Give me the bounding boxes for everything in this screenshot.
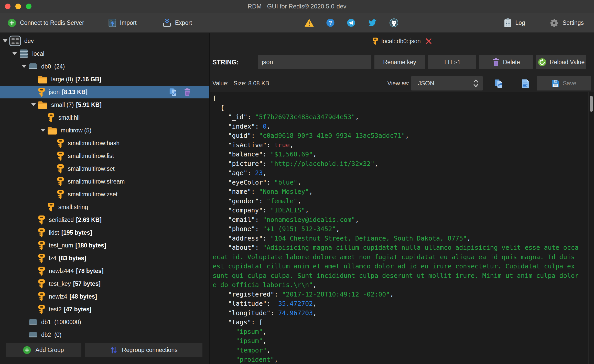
close-window-button[interactable] bbox=[5, 4, 10, 9]
code-line: "phone": "+1 (915) 512-3452", bbox=[213, 224, 594, 234]
copy-key-icon[interactable] bbox=[169, 88, 178, 96]
open-as-text-button[interactable] bbox=[522, 79, 529, 88]
database-icon bbox=[28, 319, 38, 325]
tree-item-test2[interactable]: test2[47 bytes] bbox=[0, 303, 209, 316]
settings-button[interactable]: Settings bbox=[550, 18, 584, 27]
code-line: "balance": "$1,560.69", bbox=[213, 150, 594, 159]
tree-item-multirow-5[interactable]: multirow (5) bbox=[0, 124, 209, 137]
tree-item-small-multirow-stream[interactable]: small:multirow:stream bbox=[0, 175, 209, 188]
tree-item-json[interactable]: json[8.13 KB] bbox=[0, 86, 209, 98]
save-button[interactable]: Save bbox=[537, 76, 591, 90]
expand-arrow-icon[interactable] bbox=[20, 65, 28, 68]
window-title: RDM - GUI for Redis® 2020.5.0-dev bbox=[0, 3, 594, 10]
telegram-icon[interactable] bbox=[347, 19, 355, 27]
chevron-up-down-icon bbox=[473, 79, 479, 88]
json-editor[interactable]: [ { "_id": "5f7b26973c483ea3479d4e53", "… bbox=[210, 92, 594, 364]
tree-item-label: multirow (5) bbox=[61, 127, 91, 134]
view-as-dropdown[interactable]: JSON bbox=[411, 76, 483, 90]
help-icon[interactable]: ? bbox=[326, 19, 334, 27]
regroup-connections-button[interactable]: Regroup connections bbox=[85, 343, 202, 357]
sort-arrows-icon bbox=[110, 346, 117, 354]
copy-value-button[interactable] bbox=[494, 79, 504, 88]
import-label: Import bbox=[120, 19, 137, 26]
tree-item-small-multirow-hash[interactable]: small:multirow:hash bbox=[0, 137, 209, 150]
key-icon bbox=[38, 87, 46, 97]
code-line: "about": "Adipisicing magna cillum cupid… bbox=[213, 243, 594, 253]
floppy-disk-icon bbox=[552, 79, 559, 87]
tree-item-size: [47 bytes] bbox=[64, 306, 91, 313]
tree-item-newlz4[interactable]: newlz4[48 bytes] bbox=[0, 290, 209, 303]
tree-item-label: large (8) bbox=[51, 76, 73, 83]
tree-item-small-multirow-zset[interactable]: small:multirow:zset bbox=[0, 188, 209, 201]
json-editor-lines: [ { "_id": "5f7b26973c483ea3479d4e53", "… bbox=[213, 94, 594, 364]
tree-item-small-string[interactable]: small:string bbox=[0, 201, 209, 213]
export-icon bbox=[163, 18, 171, 27]
code-line: e do officia laboris.\r\n", bbox=[213, 280, 594, 290]
tree-item-small-multirow-set[interactable]: small:multirow:set bbox=[0, 162, 209, 175]
tree-item-lz4[interactable]: lz4[83 bytes] bbox=[0, 252, 209, 265]
tree-item-small-7[interactable]: small (7)[5.91 KB] bbox=[0, 98, 209, 111]
code-line: "latitude": -35.472702, bbox=[213, 299, 594, 309]
tree-item-lkist[interactable]: lkist[195 bytes] bbox=[0, 226, 209, 239]
key-icon bbox=[57, 177, 64, 186]
tree-item-label: small:string bbox=[58, 204, 88, 211]
add-group-button[interactable]: Add Group bbox=[6, 343, 81, 357]
tree-item-large-8[interactable]: large (8)[7.16 GB] bbox=[0, 73, 209, 86]
zoom-window-button[interactable] bbox=[26, 4, 31, 9]
export-button[interactable]: Export bbox=[163, 18, 192, 27]
key-icon bbox=[57, 139, 64, 148]
tree-item-db0-24[interactable]: db0 (24) bbox=[0, 60, 209, 73]
tree-item-db1-1000000[interactable]: db1 (1000000) bbox=[0, 316, 209, 328]
delete-key-icon[interactable] bbox=[184, 88, 191, 96]
expand-arrow-icon[interactable] bbox=[10, 52, 19, 55]
tree-item-small-multirow-list[interactable]: small:multirow:list bbox=[0, 150, 209, 162]
code-line: "index": 0, bbox=[213, 122, 594, 131]
code-line: "tempor", bbox=[213, 346, 594, 355]
connections-tree: devlocaldb0 (24)large (8)[7.16 GB]json[8… bbox=[0, 33, 209, 340]
tree-item-label: test_num bbox=[49, 242, 73, 249]
editor-scrollbar[interactable] bbox=[588, 92, 594, 364]
log-button[interactable]: Log bbox=[504, 18, 525, 28]
key-icon bbox=[57, 151, 64, 161]
editor-scrollbar-thumb[interactable] bbox=[590, 96, 593, 112]
twitter-icon[interactable] bbox=[368, 19, 377, 27]
tree-item-test-key[interactable]: test_key[57 bytes] bbox=[0, 277, 209, 290]
tree-item-serialized[interactable]: serialized[2.63 KB] bbox=[0, 213, 209, 226]
minimize-window-button[interactable] bbox=[15, 4, 21, 9]
connect-to-server-button[interactable]: Connect to Redis Server bbox=[8, 19, 84, 27]
key-icon bbox=[38, 254, 46, 263]
settings-label: Settings bbox=[563, 19, 584, 26]
code-line: "gender": "female", bbox=[213, 197, 594, 206]
value-header-row: Value: Size: 8.08 KB View as: JSON bbox=[210, 75, 594, 92]
key-icon bbox=[38, 228, 46, 237]
folder-icon bbox=[38, 75, 48, 84]
code-line: "ipsum", bbox=[213, 336, 594, 346]
github-icon[interactable] bbox=[390, 18, 398, 27]
tree-item-newlz444[interactable]: newlz444[78 bytes] bbox=[0, 265, 209, 277]
reload-value-button[interactable]: Reload Value bbox=[536, 55, 586, 69]
key-name-input[interactable] bbox=[258, 55, 371, 69]
delete-key-button[interactable]: Delete bbox=[479, 55, 533, 69]
code-line: { bbox=[213, 103, 594, 113]
tree-item-small-hll[interactable]: small:hll bbox=[0, 111, 209, 124]
expand-arrow-icon[interactable] bbox=[29, 103, 38, 106]
tree-item-test-num[interactable]: test_num[180 bytes] bbox=[0, 239, 209, 252]
tree-item-size: [48 bytes] bbox=[70, 293, 97, 300]
tab-title[interactable]: local::db0::json bbox=[381, 38, 420, 45]
tree-item-db2-0[interactable]: db2 (0) bbox=[0, 328, 209, 340]
ttl-button[interactable]: TTL:-1 bbox=[428, 55, 476, 69]
close-tab-icon[interactable] bbox=[425, 38, 432, 44]
import-button[interactable]: Import bbox=[109, 19, 137, 27]
expand-arrow-icon[interactable] bbox=[1, 39, 9, 42]
toolbar: Connect to Redis Server Import Export bbox=[0, 13, 594, 33]
key-icon bbox=[38, 305, 46, 314]
tree-item-local[interactable]: local bbox=[0, 47, 209, 60]
warning-icon[interactable] bbox=[305, 19, 314, 27]
code-line: "isActive": true, bbox=[213, 141, 594, 150]
expand-arrow-icon[interactable] bbox=[39, 129, 47, 132]
sidebar-footer: Add Group Regroup connections bbox=[0, 340, 209, 364]
code-line: "picture": "http://placehold.it/32x32", bbox=[213, 159, 594, 169]
code-line: "name": "Nona Mosley", bbox=[213, 187, 594, 197]
tree-item-dev[interactable]: dev bbox=[0, 35, 209, 47]
rename-key-button[interactable]: Rename key bbox=[374, 55, 425, 69]
